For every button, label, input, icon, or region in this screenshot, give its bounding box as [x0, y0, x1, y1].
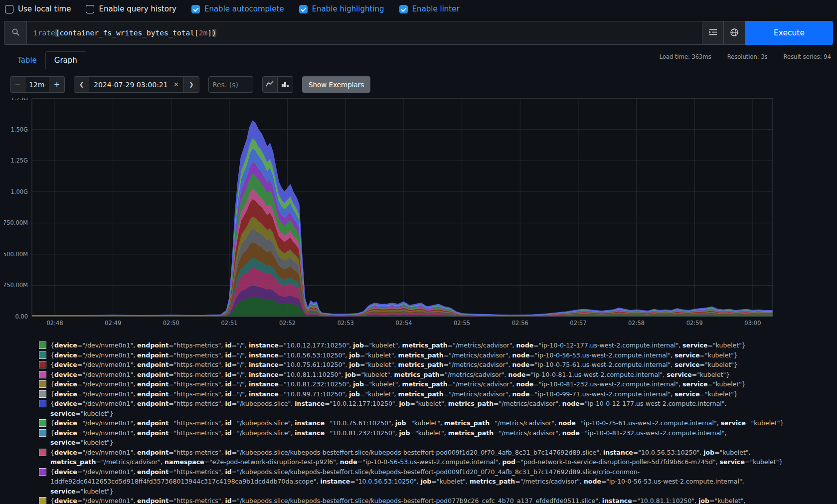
graph-panel: 0.00250.00M500.00M750.00M1.00G1.25G1.50G… — [4, 98, 837, 328]
resolution-stat: Resolution: 3s — [727, 53, 768, 60]
series-labels: {device="/dev/nvme0n1", endpoint="https-… — [50, 467, 789, 497]
legend-item[interactable]: {device="/dev/nvme0n1", endpoint="https-… — [39, 370, 789, 380]
decrease-range-button[interactable]: − — [10, 76, 25, 93]
svg-text:02:52: 02:52 — [279, 320, 296, 327]
svg-text:02:56: 02:56 — [512, 320, 528, 327]
svg-text:02:59: 02:59 — [686, 320, 703, 327]
tab-table[interactable]: Table — [9, 52, 45, 69]
legend-item[interactable]: {device="/dev/nvme0n1", endpoint="https-… — [39, 350, 789, 360]
panel-tabs: Table Graph Load time: 363ms Resolution:… — [4, 51, 833, 69]
legend-item[interactable]: {device="/dev/nvme0n1", endpoint="https-… — [39, 418, 789, 428]
checkbox-icon — [86, 5, 94, 13]
svg-text:750.00M: 750.00M — [4, 219, 28, 226]
series-color-swatch — [39, 449, 46, 456]
legend: {device="/dev/nvme0n1", endpoint="https-… — [39, 340, 789, 504]
checkbox-label: Enable highlighting — [312, 4, 384, 13]
tab-graph[interactable]: Graph — [45, 51, 86, 69]
legend-item[interactable]: {device="/dev/nvme0n1", endpoint="https-… — [39, 389, 789, 399]
series-labels: {device="/dev/nvme0n1", endpoint="https-… — [50, 360, 738, 370]
series-labels: {device="/dev/nvme0n1", endpoint="https-… — [50, 370, 730, 380]
graph-controls: − + ❮ ✕ ❯ Show Exemplars — [10, 76, 833, 93]
checkbox-label: Enable query history — [99, 4, 176, 13]
svg-text:02:54: 02:54 — [395, 320, 412, 327]
series-color-swatch — [39, 341, 46, 349]
series-color-swatch — [39, 429, 46, 437]
svg-text:02:51: 02:51 — [221, 320, 237, 327]
query-bar: irate(container_fs_writes_bytes_total[2m… — [4, 21, 833, 45]
query-token-duration: 2m — [199, 29, 207, 37]
series-color-swatch — [39, 351, 46, 359]
show-exemplars-button[interactable]: Show Exemplars — [302, 76, 370, 93]
checkbox-checked-icon — [191, 5, 200, 13]
time-group: ❮ ✕ ❯ — [74, 76, 199, 93]
query-expression-input[interactable]: irate(container_fs_writes_bytes_total[2m… — [26, 21, 702, 45]
legend-item[interactable]: {device="/dev/nvme0n1", endpoint="https-… — [39, 379, 789, 389]
enable-autocomplete-checkbox[interactable]: Enable autocomplete — [191, 4, 284, 13]
checkbox-checked-icon — [299, 5, 308, 13]
series-color-swatch — [39, 468, 46, 476]
query-token-function: irate — [33, 29, 55, 37]
search-icon — [11, 28, 20, 38]
svg-text:250.00M: 250.00M — [4, 282, 28, 289]
query-token-open-bracket: [ — [194, 29, 199, 37]
series-labels: {device="/dev/nvme0n1", endpoint="https-… — [50, 418, 784, 428]
legend-item[interactable]: {device="/dev/nvme0n1", endpoint="https-… — [39, 360, 789, 370]
legend-item[interactable]: {device="/dev/nvme0n1", endpoint="https-… — [39, 399, 789, 418]
range-group: − + — [10, 76, 65, 93]
options-bar: Use local time Enable query history Enab… — [0, 0, 837, 17]
time-forward-button[interactable]: ❯ — [184, 76, 199, 93]
series-labels: {device="/dev/nvme0n1", endpoint="https-… — [50, 399, 789, 418]
checkbox-icon — [5, 5, 13, 13]
graph-canvas[interactable]: 0.00250.00M500.00M750.00M1.00G1.25G1.50G… — [4, 98, 777, 328]
series-color-swatch — [39, 497, 46, 504]
legend-item[interactable]: {device="/dev/nvme0n1", endpoint="https-… — [39, 448, 789, 467]
search-addon — [4, 21, 26, 45]
series-labels: {device="/dev/nvme0n1", endpoint="https-… — [50, 379, 746, 389]
legend-item[interactable]: {device="/dev/nvme0n1", endpoint="https-… — [39, 467, 789, 497]
series-labels: {device="/dev/nvme0n1", endpoint="https-… — [50, 350, 738, 360]
metrics-explorer-button[interactable] — [724, 21, 745, 45]
range-input[interactable] — [25, 76, 49, 93]
query-token-metric: container_fs_writes_bytes_total — [59, 29, 194, 37]
legend-item[interactable]: {device="/dev/nvme0n1", endpoint="https-… — [39, 428, 789, 448]
line-chart-button[interactable] — [262, 76, 278, 93]
checkbox-label: Enable autocomplete — [204, 4, 284, 13]
time-back-button[interactable]: ❮ — [74, 76, 89, 93]
series-color-swatch — [39, 400, 46, 407]
use-local-time-checkbox[interactable]: Use local time — [5, 4, 71, 13]
resolution-input[interactable] — [208, 76, 253, 93]
enable-highlighting-checkbox[interactable]: Enable highlighting — [299, 4, 384, 13]
legend-item[interactable]: {device="/dev/nvme0n1", endpoint="https-… — [39, 496, 789, 504]
series-labels: {device="/dev/nvme0n1", endpoint="https-… — [50, 496, 789, 504]
globe-icon — [730, 28, 739, 38]
svg-text:1.50G: 1.50G — [10, 126, 28, 133]
query-token-open-paren: ( — [55, 29, 60, 37]
increase-range-button[interactable]: + — [49, 76, 65, 93]
chevron-right-icon: ❯ — [189, 81, 193, 88]
result-series-stat: Result series: 94 — [784, 53, 831, 60]
stacked-chart-icon — [281, 80, 289, 89]
series-labels: {device="/dev/nvme0n1", endpoint="https-… — [50, 448, 789, 467]
svg-text:02:49: 02:49 — [105, 320, 121, 327]
stacked-chart-button[interactable] — [278, 76, 293, 93]
checkbox-label: Enable linter — [412, 4, 460, 13]
enable-linter-checkbox[interactable]: Enable linter — [399, 4, 460, 13]
end-time-input[interactable] — [94, 81, 169, 89]
series-color-swatch — [39, 380, 46, 388]
chevron-left-icon: ❮ — [79, 81, 84, 88]
svg-text:02:50: 02:50 — [163, 320, 179, 327]
legend-item[interactable]: {device="/dev/nvme0n1", endpoint="https-… — [39, 340, 789, 350]
series-labels: {device="/dev/nvme0n1", endpoint="https-… — [50, 340, 746, 350]
svg-text:1.00G: 1.00G — [10, 188, 28, 195]
execute-button[interactable]: Execute — [745, 21, 833, 45]
query-stats: Load time: 363ms Resolution: 3s Result s… — [660, 53, 831, 60]
chart-type-group — [262, 76, 293, 93]
svg-text:1.75G: 1.75G — [10, 98, 28, 102]
svg-text:02:57: 02:57 — [570, 320, 586, 327]
enable-query-history-checkbox[interactable]: Enable query history — [86, 4, 176, 13]
svg-text:03:00: 03:00 — [744, 320, 761, 327]
format-expression-button[interactable] — [702, 21, 724, 45]
clear-time-icon[interactable]: ✕ — [173, 81, 179, 88]
series-labels: {device="/dev/nvme0n1", endpoint="https-… — [50, 389, 738, 399]
svg-text:500.00M: 500.00M — [4, 251, 28, 258]
